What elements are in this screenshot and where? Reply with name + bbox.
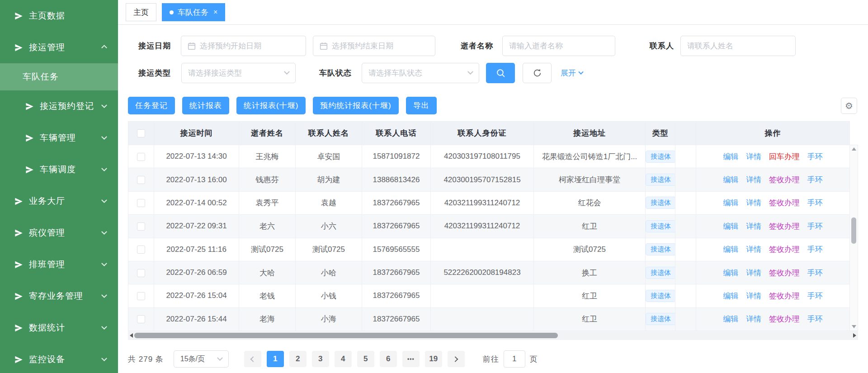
type-badge: 接遗体 [646, 290, 675, 302]
transport-type-select[interactable]: 请选择接运类型 [181, 63, 296, 83]
booking-stats-report-shiyan-button[interactable]: 预约统计报表(十堰) [313, 97, 398, 114]
bracelet-link[interactable]: 手环 [807, 245, 823, 254]
sidebar-item-vehicle-mgmt[interactable]: 车辆管理 [0, 122, 118, 154]
sidebar-item-data-statistics[interactable]: 数据统计 [0, 312, 118, 344]
prev-page-button[interactable] [244, 351, 261, 367]
row-checkbox[interactable] [137, 246, 145, 254]
next-page-button[interactable] [448, 351, 465, 367]
row-checkbox[interactable] [137, 153, 145, 161]
bracelet-link[interactable]: 手环 [807, 152, 823, 161]
page-button-1[interactable]: 1 [267, 351, 284, 367]
bracelet-link[interactable]: 手环 [807, 292, 823, 300]
tab-fleet-tasks[interactable]: 车队任务 × [162, 3, 225, 21]
detail-link[interactable]: 详情 [746, 222, 761, 231]
vertical-scrollbar[interactable] [850, 145, 858, 331]
detail-link[interactable]: 详情 [746, 175, 761, 184]
sidebar-item-shift-mgmt[interactable]: 排班管理 [0, 249, 118, 280]
scroll-right-arrow-icon[interactable] [853, 333, 856, 338]
row-checkbox[interactable] [137, 176, 145, 184]
page-size-select[interactable]: 15条/页 [174, 350, 229, 368]
sign-receive-link[interactable]: 签收办理 [769, 315, 800, 323]
date-start-input[interactable] [181, 36, 306, 56]
detail-link[interactable]: 详情 [746, 292, 761, 300]
contact-input[interactable] [680, 36, 796, 56]
expand-toggle[interactable]: 展开 [561, 68, 583, 78]
edit-link[interactable]: 编辑 [723, 222, 738, 231]
page-button-5[interactable]: 5 [357, 351, 374, 367]
fleet-status-select[interactable]: 请选择车队状态 [362, 63, 479, 83]
sidebar-item-business-hall[interactable]: 业务大厅 [0, 185, 118, 217]
chevron-down-icon [101, 165, 107, 171]
cell-gap [675, 145, 696, 168]
return-vehicle-link[interactable]: 回车办理 [769, 152, 800, 161]
chevron-down-icon [101, 134, 107, 140]
cell-id [431, 284, 534, 307]
page-button-4[interactable]: 4 [335, 351, 352, 367]
bracelet-link[interactable]: 手环 [807, 222, 823, 231]
horizontal-scrollbar[interactable] [128, 331, 858, 340]
stats-report-button[interactable]: 统计报表 [182, 97, 229, 114]
sidebar-item-transport-booking[interactable]: 接运预约登记 [0, 90, 118, 122]
date-end-field[interactable] [332, 42, 429, 51]
contact-field[interactable] [687, 42, 789, 51]
sidebar-item-home-data[interactable]: 主页数据 [0, 0, 118, 32]
edit-link[interactable]: 编辑 [723, 292, 738, 300]
refresh-button[interactable] [523, 63, 552, 83]
detail-link[interactable]: 详情 [746, 152, 761, 161]
sidebar-item-fleet-tasks-active[interactable]: 车队任务 [0, 63, 118, 90]
sign-receive-link[interactable]: 签收办理 [769, 175, 800, 184]
sidebar-item-monitor-devices[interactable]: 监控设备 [0, 344, 118, 373]
stats-report-shiyan-button[interactable]: 统计报表(十堰) [236, 97, 306, 114]
sidebar-item-funeral-mgmt[interactable]: 殡仪管理 [0, 217, 118, 249]
row-checkbox[interactable] [137, 315, 145, 323]
export-button[interactable]: 导出 [406, 97, 437, 114]
column-settings-button[interactable]: ⚙ [841, 98, 857, 114]
detail-link[interactable]: 详情 [746, 245, 761, 254]
edit-link[interactable]: 编辑 [723, 245, 738, 254]
edit-link[interactable]: 编辑 [723, 175, 738, 184]
horizontal-scroll-thumb[interactable] [134, 333, 558, 338]
deceased-name-input[interactable] [502, 36, 615, 56]
tab-home[interactable]: 主页 [126, 3, 156, 21]
scroll-left-arrow-icon[interactable] [130, 333, 133, 338]
page-button-19[interactable]: 19 [425, 351, 442, 367]
edit-link[interactable]: 编辑 [723, 152, 738, 161]
page-button-3[interactable]: 3 [312, 351, 329, 367]
sign-receive-link[interactable]: 签收办理 [769, 222, 800, 231]
sidebar-item-transport-mgmt[interactable]: 接运管理 [0, 32, 118, 63]
bracelet-link[interactable]: 手环 [807, 315, 823, 323]
row-checkbox[interactable] [137, 269, 145, 277]
deceased-name-field[interactable] [509, 42, 609, 51]
goto-page-input[interactable] [504, 350, 525, 368]
bracelet-link[interactable]: 手环 [807, 198, 823, 207]
close-icon[interactable]: × [213, 8, 217, 16]
scroll-up-arrow-icon[interactable] [852, 147, 856, 151]
detail-link[interactable]: 详情 [746, 198, 761, 207]
sign-receive-link[interactable]: 签收办理 [769, 269, 800, 277]
edit-link[interactable]: 编辑 [723, 198, 738, 207]
sidebar-item-vehicle-dispatch[interactable]: 车辆调度 [0, 154, 118, 185]
detail-link[interactable]: 详情 [746, 315, 761, 323]
search-button[interactable] [486, 63, 515, 83]
vertical-scroll-thumb[interactable] [851, 217, 856, 244]
page-button-6[interactable]: 6 [380, 351, 397, 367]
row-checkbox[interactable] [137, 222, 145, 231]
task-register-button[interactable]: 任务登记 [128, 97, 175, 114]
scroll-down-arrow-icon[interactable] [852, 325, 856, 328]
more-pages-button[interactable]: ••• [402, 351, 420, 367]
sign-receive-link[interactable]: 签收办理 [769, 245, 800, 254]
edit-link[interactable]: 编辑 [723, 269, 738, 277]
detail-link[interactable]: 详情 [746, 269, 761, 277]
date-end-input[interactable] [313, 36, 435, 56]
sign-receive-link[interactable]: 签收办理 [769, 198, 800, 207]
sign-receive-link[interactable]: 签收办理 [769, 292, 800, 300]
row-checkbox[interactable] [137, 292, 145, 300]
date-start-field[interactable] [200, 42, 299, 51]
sidebar-item-storage-mgmt[interactable]: 寄存业务管理 [0, 280, 118, 312]
page-button-2[interactable]: 2 [289, 351, 307, 367]
bracelet-link[interactable]: 手环 [807, 175, 823, 184]
select-all-checkbox[interactable] [137, 129, 145, 137]
edit-link[interactable]: 编辑 [723, 315, 738, 323]
row-checkbox[interactable] [137, 199, 145, 207]
bracelet-link[interactable]: 手环 [807, 269, 823, 277]
